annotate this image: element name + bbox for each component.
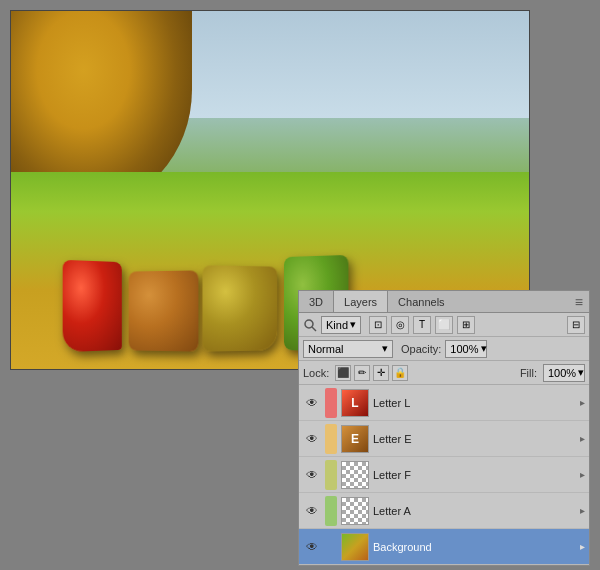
layer-item-letter-e[interactable]: 👁 E Letter E ▸ [299, 421, 589, 457]
layer-item-letter-l[interactable]: 👁 L Letter L ▸ [299, 385, 589, 421]
lock-label: Lock: [303, 367, 329, 379]
tab-layers[interactable]: Layers [333, 291, 388, 312]
lock-icons: ⬛ ✏ ✛ 🔒 [335, 365, 408, 381]
layer-name-letter-l: Letter L [373, 397, 576, 409]
layer-options-background[interactable]: ▸ [580, 541, 585, 552]
lock-fill-row: Lock: ⬛ ✏ ✛ 🔒 Fill: 100% ▾ [299, 361, 589, 385]
blend-mode-dropdown[interactable]: Normal ▾ [303, 340, 393, 358]
pixel-filter-icon[interactable]: ⊡ [369, 316, 387, 334]
layer-color-background [325, 532, 337, 562]
lock-pixels-button[interactable]: ⬛ [335, 365, 351, 381]
opacity-input[interactable]: 100% ▾ [445, 340, 487, 358]
layer-thumb-letter-e: E [341, 425, 369, 453]
kind-dropdown-arrow: ▾ [350, 318, 356, 331]
fill-input[interactable]: 100% ▾ [543, 364, 585, 382]
lock-move-button[interactable]: ✛ [373, 365, 389, 381]
opacity-label: Opacity: [401, 343, 441, 355]
layer-name-letter-f: Letter F [373, 469, 576, 481]
layers-panel: 3D Layers Channels ≡ Kind ▾ ⊡ ◎ T ⬜ ⊞ ⊟ … [298, 290, 590, 566]
layer-visibility-letter-f[interactable]: 👁 [303, 466, 321, 484]
layers-list: 👁 L Letter L ▸ 👁 E Letter E ▸ 👁 Let [299, 385, 589, 565]
layer-thumb-background [341, 533, 369, 561]
fill-value: 100% [548, 367, 576, 379]
layer-options-letter-l[interactable]: ▸ [580, 397, 585, 408]
blend-dropdown-arrow: ▾ [382, 342, 388, 355]
smart-filter-icon[interactable]: ⊞ [457, 316, 475, 334]
kind-dropdown[interactable]: Kind ▾ [321, 316, 361, 334]
layer-item-letter-f[interactable]: 👁 Letter F ▸ [299, 457, 589, 493]
layer-color-letter-a [325, 496, 337, 526]
adjustment-filter-icon[interactable]: ◎ [391, 316, 409, 334]
layer-color-letter-e [325, 424, 337, 454]
panel-menu-button[interactable]: ≡ [569, 291, 589, 313]
layer-thumb-letter-l: L [341, 389, 369, 417]
layer-item-background[interactable]: 👁 Background ▸ [299, 529, 589, 565]
fill-arrow: ▾ [578, 366, 584, 379]
lock-all-button[interactable]: 🔒 [392, 365, 408, 381]
shape-filter-icon[interactable]: ⬜ [435, 316, 453, 334]
type-filter-icon[interactable]: T [413, 316, 431, 334]
letter-a-3d [202, 265, 277, 351]
opacity-value: 100% [450, 343, 478, 355]
svg-point-0 [305, 320, 313, 328]
layer-color-letter-l [325, 388, 337, 418]
blend-mode-value: Normal [308, 343, 343, 355]
svg-line-1 [312, 327, 316, 331]
layer-name-letter-e: Letter E [373, 433, 576, 445]
layer-thumb-letter-a [341, 497, 369, 525]
layer-name-letter-a: Letter A [373, 505, 576, 517]
layer-item-letter-a[interactable]: 👁 Letter A ▸ [299, 493, 589, 529]
layer-visibility-letter-l[interactable]: 👁 [303, 394, 321, 412]
tab-channels[interactable]: Channels [388, 291, 454, 312]
tab-3d[interactable]: 3D [299, 291, 333, 312]
kind-label: Kind [326, 319, 348, 331]
lock-position-button[interactable]: ✏ [354, 365, 370, 381]
panel-options-icon[interactable]: ⊟ [567, 316, 585, 334]
layer-visibility-background[interactable]: 👁 [303, 538, 321, 556]
layer-color-letter-f [325, 460, 337, 490]
panel-tabs: 3D Layers Channels ≡ [299, 291, 589, 313]
fill-label: Fill: [520, 367, 537, 379]
layer-options-letter-f[interactable]: ▸ [580, 469, 585, 480]
blend-opacity-row: Normal ▾ Opacity: 100% ▾ [299, 337, 589, 361]
layer-name-background: Background [373, 541, 576, 553]
layer-thumb-letter-f [341, 461, 369, 489]
letter-e-3d [128, 270, 198, 351]
opacity-arrow: ▾ [481, 342, 487, 355]
search-icon [303, 318, 317, 332]
layer-options-letter-a[interactable]: ▸ [580, 505, 585, 516]
layer-visibility-letter-a[interactable]: 👁 [303, 502, 321, 520]
kind-filter-icons: ⊡ ◎ T ⬜ ⊞ [369, 316, 475, 334]
letter-l-3d [62, 260, 121, 352]
layer-options-letter-e[interactable]: ▸ [580, 433, 585, 444]
kind-row: Kind ▾ ⊡ ◎ T ⬜ ⊞ ⊟ [299, 313, 589, 337]
layer-visibility-letter-e[interactable]: 👁 [303, 430, 321, 448]
